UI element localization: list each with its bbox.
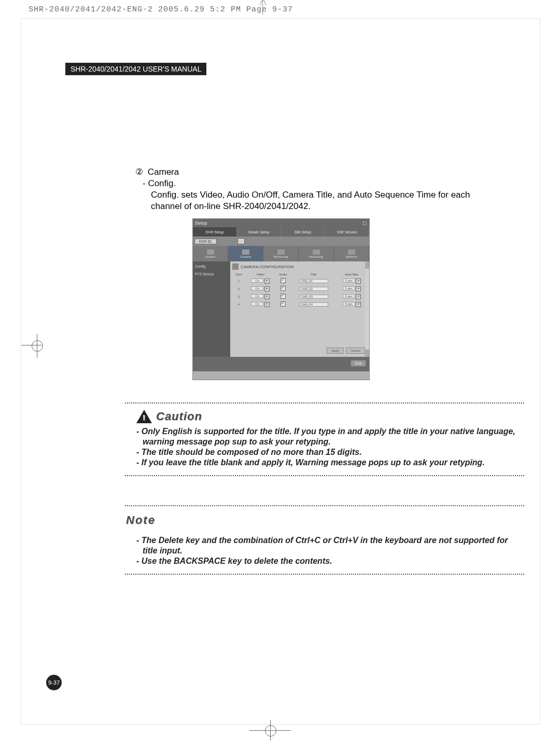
close-icon: ▢ (362, 220, 367, 226)
tab-sw-version: S/W Version (325, 227, 369, 237)
table-row: 1 On ▾ CAM_01 5 sec ▾ (232, 277, 367, 285)
scrollbar (365, 261, 369, 357)
note-item: - The Delete key and the combination of … (136, 535, 524, 556)
navtab-camera: Camera (228, 246, 263, 261)
navtab-monitoring: Monitoring (263, 246, 299, 261)
caution-title: Caution (156, 410, 202, 423)
warning-icon (136, 410, 152, 423)
camera-config-table: Cam Video Audio Title Auto Seq. 1 On ▾ C… (232, 272, 367, 308)
crop-mark-top (258, 0, 267, 15)
tab-site-setup: Site Setup (281, 227, 325, 237)
apply-button: Apply (327, 348, 344, 354)
navtab-recording: Recording (299, 246, 334, 261)
checkbox-icon (281, 301, 286, 307)
caution-box: Caution - Only English is supported for … (125, 402, 524, 476)
tab-viewer-setup: Viewer Setup (237, 227, 281, 237)
main-panel: CAMERA CONFIGURATION Cam Video Audio Tit… (230, 261, 369, 357)
navtab-system: System (193, 246, 228, 261)
table-row: 2 On ▾ CAM_02 5 sec ▾ (232, 285, 367, 293)
panel-title: CAMERA CONFIGURATION (241, 265, 294, 269)
crop-mark-bottom (260, 720, 281, 741)
exit-button: Exit (351, 360, 366, 367)
cancel-button: Cancel (346, 348, 365, 354)
checkbox-icon (281, 278, 286, 283)
section-description: Config. sets Video, Audio On/Off, Camera… (151, 189, 472, 212)
note-title: Note (126, 513, 524, 527)
checkbox-icon (281, 286, 286, 291)
page-number-badge: 9-37 (46, 675, 62, 690)
caution-item: - Only English is supported for the titl… (136, 426, 524, 447)
panel-icon (232, 263, 239, 270)
side-item-config: Config. (195, 265, 228, 268)
table-row: 4 On ▾ CAM_04 5 sec ▾ (232, 300, 367, 308)
checkbox-icon (281, 294, 286, 299)
col-audio: Audio (276, 272, 291, 277)
col-video: Video (245, 272, 276, 277)
window-title: Setup (195, 220, 207, 226)
navtab-network: Network (334, 246, 369, 261)
section-title: Camera (148, 167, 179, 177)
dvr-select-dropdown-icon (237, 238, 245, 244)
tab-dvr-setup: DVR Setup (193, 227, 237, 237)
dvr-select-value: DVR 01 (194, 239, 217, 244)
page-sheet: SHR-2040/2041/2042 USER'S MANUAL ② Camer… (21, 18, 540, 725)
note-box: Note - The Delete key and the combinatio… (125, 505, 524, 575)
side-item-ptz: PTZ Device (195, 272, 228, 276)
note-item: - Use the BACKSPACE key to delete the co… (136, 556, 524, 566)
manual-header-bar: SHR-2040/2041/2042 USER'S MANUAL (65, 63, 206, 75)
section-subtitle: - Config. (143, 178, 472, 189)
side-menu: Config. PTZ Device (193, 261, 230, 357)
embedded-screenshot: Setup ▢ DVR Setup Viewer Setup Site Setu… (192, 218, 370, 380)
section-number: ② (135, 166, 143, 178)
col-title: Title (290, 272, 337, 277)
col-autoseq: Auto Seq. (337, 272, 367, 277)
col-cam: Cam (232, 272, 245, 277)
table-row: 3 On ▾ CAM_03 5 sec ▾ (232, 293, 367, 300)
section-body: ② Camera - Config. Config. sets Video, A… (135, 166, 472, 212)
caution-item: - The title should be composed of no mor… (136, 447, 524, 457)
caution-item: - If you leave the title blank and apply… (136, 457, 524, 468)
print-header: SHR-2040/2041/2042-ENG-2 2005.6.29 5:2 P… (29, 5, 293, 14)
